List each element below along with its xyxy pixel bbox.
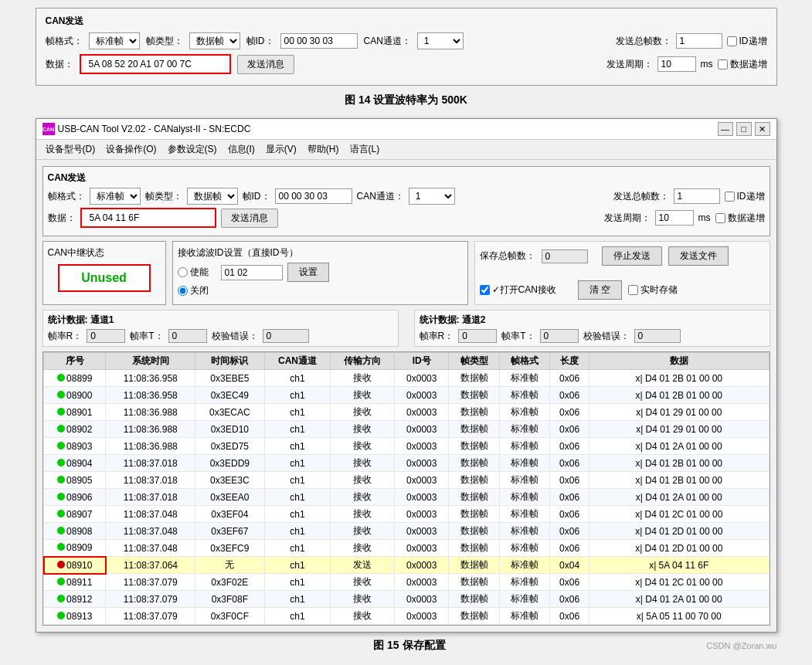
unused-button[interactable]: Unused: [58, 264, 151, 292]
table-cell-len: 0x06: [550, 489, 589, 506]
filter-section: 接收滤波ID设置（直接ID号） 使能 设置 关闭: [172, 241, 468, 305]
top-period-input[interactable]: [657, 56, 696, 72]
top-send-btn[interactable]: 发送消息: [237, 55, 294, 74]
table-cell-ftype: 数据帧: [449, 370, 499, 387]
top-id-increment-label[interactable]: ID递增: [727, 35, 767, 48]
clear-btn[interactable]: 清 空: [578, 280, 622, 300]
inner-id-increment[interactable]: ID递增: [725, 190, 765, 203]
top-id-increment-checkbox[interactable]: [727, 36, 737, 46]
maximize-btn[interactable]: □: [736, 122, 752, 136]
top-frame-format-select[interactable]: 标准帧: [89, 32, 140, 49]
inner-frame-type-select[interactable]: 数据帧: [187, 188, 238, 205]
top-data-increment-label[interactable]: 数据递增: [718, 58, 767, 71]
inner-data-input[interactable]: [87, 211, 210, 225]
stats-ch2-err-label: 校验错误：: [583, 330, 630, 343]
table-cell-stamp: 0x3ED10: [195, 421, 265, 438]
table-cell-ch: ch1: [264, 574, 331, 591]
table-cell-seq: 08907: [44, 506, 106, 523]
top-total-frames-input[interactable]: [676, 33, 722, 49]
open-can-label[interactable]: ✓打开CAN接收: [480, 283, 556, 297]
save-total-label: 保存总帧数：: [480, 249, 535, 263]
inner-send-btn[interactable]: 发送消息: [221, 209, 278, 228]
table-row: 0891211:08:37.0790x3F08Fch1接收0x0003数据帧标准…: [44, 591, 770, 608]
table-cell-len: 0x06: [550, 591, 589, 608]
status-dot: [57, 374, 65, 382]
th-len: 长度: [550, 353, 589, 370]
top-data-wrap: [80, 54, 231, 74]
table-cell-stamp: 0x3EE3C: [195, 472, 265, 489]
inner-frame-format-select[interactable]: 标准帧: [90, 188, 141, 205]
stats-ch2-title: 统计数据: 通道2: [420, 314, 765, 327]
menu-info[interactable]: 信息(I): [223, 141, 260, 158]
realtime-label[interactable]: 实时存储: [628, 283, 678, 297]
top-frame-type-select[interactable]: 数据帧: [189, 32, 240, 49]
table-cell-stamp: 0x3EF67: [195, 523, 265, 540]
credit: CSDN @Zoran.wu: [706, 641, 776, 650]
menu-device-op[interactable]: 设备操作(O): [101, 141, 161, 158]
table-row: 0891311:08:37.0790x3F0CFch1接收0x0003数据帧标准…: [44, 608, 770, 625]
table-cell-ch: ch1: [264, 506, 331, 523]
table-cell-len: 0x06: [550, 506, 589, 523]
inner-data-increment[interactable]: 数据递增: [715, 212, 765, 225]
inner-data-increment-checkbox[interactable]: [715, 213, 725, 223]
filter-close-radio[interactable]: [178, 286, 188, 296]
top-frame-id-input[interactable]: [280, 33, 358, 49]
table-cell-time: 11:08:37.064: [106, 557, 195, 574]
table-cell-ch: ch1: [264, 455, 331, 472]
stats-ch2-row: 帧率R： 帧率T： 校验错误：: [420, 329, 765, 343]
table-cell-stamp: 0x3F08F: [195, 591, 265, 608]
top-period-group: 发送周期： ms 数据递增: [606, 56, 767, 72]
inner-frame-id-input[interactable]: [275, 188, 352, 204]
table-cell-time: 11:08:37.048: [106, 540, 195, 557]
window-controls: — □ ✕: [718, 122, 770, 136]
inner-can-send-row2: 数据： 发送消息 发送周期： ms 数据递增: [48, 208, 765, 228]
stats-ch1-ft-input: [168, 329, 207, 343]
minimize-btn[interactable]: —: [718, 122, 733, 136]
status-dot: [57, 510, 65, 517]
realtime-checkbox[interactable]: [628, 285, 638, 295]
inner-can-send: CAN发送 帧格式： 标准帧 帧类型： 数据帧 帧ID： CAN通道： 1 发送…: [42, 166, 770, 236]
menu-device-type[interactable]: 设备型号(D): [41, 141, 100, 158]
filter-close-label[interactable]: 关闭: [178, 284, 209, 297]
table-cell-dir: 接收: [331, 370, 395, 387]
inner-can-channel-select[interactable]: 1: [409, 188, 455, 205]
send-file-btn[interactable]: 发送文件: [668, 246, 729, 266]
inner-can-channel-label: CAN通道：: [357, 190, 404, 203]
table-row: 0890411:08:37.0180x3EDD9ch1接收0x0003数据帧标准…: [44, 455, 770, 472]
table-cell-len: 0x06: [550, 540, 589, 557]
filter-set-btn[interactable]: 设置: [287, 263, 329, 282]
menu-help[interactable]: 帮助(H): [303, 141, 344, 158]
fig15-caption: 图 15 保存配置: [373, 639, 445, 653]
stats-ch1-title: 统计数据: 通道1: [48, 314, 393, 327]
top-data-increment-checkbox[interactable]: [718, 59, 728, 70]
table-cell-fmt: 标准帧: [499, 557, 549, 574]
top-can-channel-select[interactable]: 1: [417, 32, 464, 49]
title-bar: CAN USB-CAN Tool V2.02 - CANalyst-II - S…: [36, 119, 776, 140]
filter-id-input[interactable]: [221, 265, 283, 280]
table-cell-dir: 接收: [331, 421, 395, 438]
top-total-frames-label: 发送总帧数：: [616, 35, 671, 48]
close-btn[interactable]: ✕: [755, 122, 770, 136]
filter-enable-label[interactable]: 使能: [178, 266, 209, 279]
inner-id-increment-checkbox[interactable]: [725, 192, 735, 202]
menu-display[interactable]: 显示(V): [261, 141, 301, 158]
filter-enable-radio[interactable]: [178, 267, 188, 277]
table-cell-ch: ch1: [264, 523, 331, 540]
inner-total-frames-input[interactable]: [674, 188, 720, 204]
table-cell-id: 0x0003: [395, 421, 449, 438]
top-frame-format-label: 帧格式：: [46, 35, 83, 48]
table-cell-len: 0x06: [550, 523, 589, 540]
table-cell-seq: 08911: [44, 574, 106, 591]
status-dot: [57, 578, 65, 585]
table-cell-dir: 接收: [331, 608, 395, 625]
table-cell-data: x| D4 01 2C 01 00 00: [589, 506, 770, 523]
open-can-checkbox[interactable]: [480, 285, 490, 295]
status-dot: [57, 561, 65, 568]
inner-period-input[interactable]: [655, 210, 694, 226]
menu-lang[interactable]: 语言(L): [345, 141, 385, 158]
inner-total-frames-label: 发送总帧数：: [613, 190, 669, 203]
table-cell-time: 11:08:36.988: [106, 421, 195, 438]
stop-send-btn[interactable]: 停止发送: [602, 246, 662, 266]
top-data-input[interactable]: [86, 57, 225, 71]
menu-params[interactable]: 参数设定(S): [163, 141, 222, 158]
